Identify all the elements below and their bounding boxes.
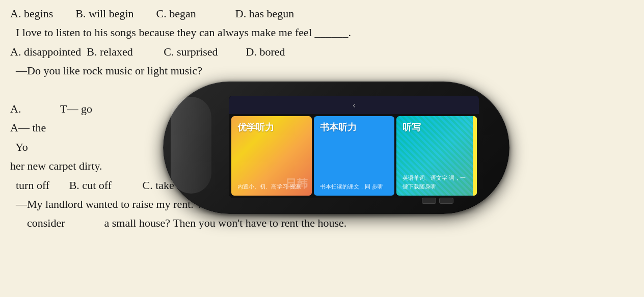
screen-cards: 优学听力 内置小、初、高学习 资源 书本听力 书本扫读的课文，同 步听 听写 英… bbox=[229, 114, 479, 198]
device: ‹ 优学听力 内置小、初、高学习 资源 书本听力 书本扫读的课文，同 步听 听写 bbox=[163, 82, 509, 214]
card-3-desc: 英语单词、语文字 词，一键下载随身听 bbox=[403, 174, 471, 191]
back-arrow-icon[interactable]: ‹ bbox=[353, 100, 356, 111]
paper-line-4: —Do you like rock music or light music? bbox=[10, 61, 634, 80]
device-body: ‹ 优学听力 内置小、初、高学习 资源 书本听力 书本扫读的课文，同 步听 听写 bbox=[163, 82, 509, 214]
card-3-title: 听写 bbox=[403, 121, 471, 133]
device-buttons bbox=[422, 198, 453, 204]
device-screen: ‹ 优学听力 内置小、初、高学习 资源 书本听力 书本扫读的课文，同 步听 听写 bbox=[229, 96, 479, 198]
paper-line-2: I love to listen to his songs because th… bbox=[10, 23, 634, 42]
paper-line-3: A. disappointed B. relaxed C. surprised … bbox=[10, 42, 634, 61]
card-2-title: 书本听力 bbox=[320, 121, 388, 133]
card-2-desc: 书本扫读的课文，同 步听 bbox=[320, 182, 388, 191]
screen-header: ‹ bbox=[229, 96, 479, 114]
card-1-desc: 内置小、初、高学习 资源 bbox=[237, 182, 306, 191]
paper-line-1: A. begins B. will begin C. began D. has … bbox=[10, 4, 634, 23]
card-tingxie[interactable]: 听写 英语单词、语文字 词，一键下载随身听 bbox=[396, 116, 477, 196]
card-1-title: 优学听力 bbox=[237, 121, 306, 133]
card-shuben-tingli[interactable]: 书本听力 书本扫读的课文，同 步听 bbox=[314, 116, 394, 196]
device-button-2[interactable] bbox=[439, 198, 453, 204]
device-reflection bbox=[171, 97, 211, 194]
device-button-1[interactable] bbox=[422, 198, 436, 204]
card-3-accent-bar bbox=[473, 116, 477, 196]
card-youxue-tingli[interactable]: 优学听力 内置小、初、高学习 资源 bbox=[231, 116, 312, 196]
